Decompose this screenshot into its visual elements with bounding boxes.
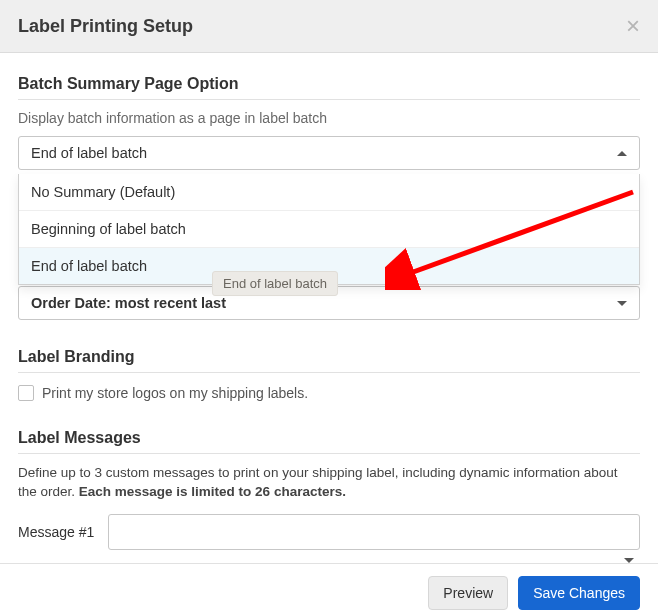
modal-title: Label Printing Setup: [18, 16, 193, 37]
batch-summary-dropdown: No Summary (Default) Beginning of label …: [18, 174, 640, 285]
dropdown-option-end[interactable]: End of label batch: [19, 247, 639, 284]
batch-summary-title: Batch Summary Page Option: [18, 75, 640, 93]
modal-header: Label Printing Setup ×: [0, 0, 658, 53]
save-changes-button[interactable]: Save Changes: [518, 576, 640, 610]
batch-summary-select[interactable]: End of label batch: [18, 136, 640, 170]
order-date-select[interactable]: Order Date: most recent last: [18, 286, 640, 320]
print-logos-checkbox[interactable]: [18, 385, 34, 401]
label-messages-description: Define up to 3 custom messages to print …: [18, 464, 640, 502]
modal-footer: Preview Save Changes: [0, 563, 658, 612]
label-branding-title: Label Branding: [18, 348, 640, 366]
batch-summary-description: Display batch information as a page in l…: [18, 110, 640, 126]
label-messages-title: Label Messages: [18, 429, 640, 447]
chevron-down-icon: [617, 301, 627, 306]
message-1-input[interactable]: [108, 514, 640, 550]
divider: [18, 372, 640, 373]
dropdown-option-beginning[interactable]: Beginning of label batch: [19, 210, 639, 247]
preview-button[interactable]: Preview: [428, 576, 508, 610]
chevron-down-icon[interactable]: [624, 558, 634, 563]
message-1-label: Message #1: [18, 524, 94, 540]
close-icon[interactable]: ×: [626, 14, 640, 38]
batch-summary-select-value: End of label batch: [31, 145, 147, 161]
divider: [18, 453, 640, 454]
label-messages-description-bold: Each message is limited to 26 characters…: [79, 484, 346, 499]
chevron-up-icon: [617, 151, 627, 156]
dropdown-option-no-summary[interactable]: No Summary (Default): [19, 174, 639, 210]
print-logos-label: Print my store logos on my shipping labe…: [42, 385, 308, 401]
order-date-select-value: Order Date: most recent last: [31, 295, 226, 311]
divider: [18, 99, 640, 100]
